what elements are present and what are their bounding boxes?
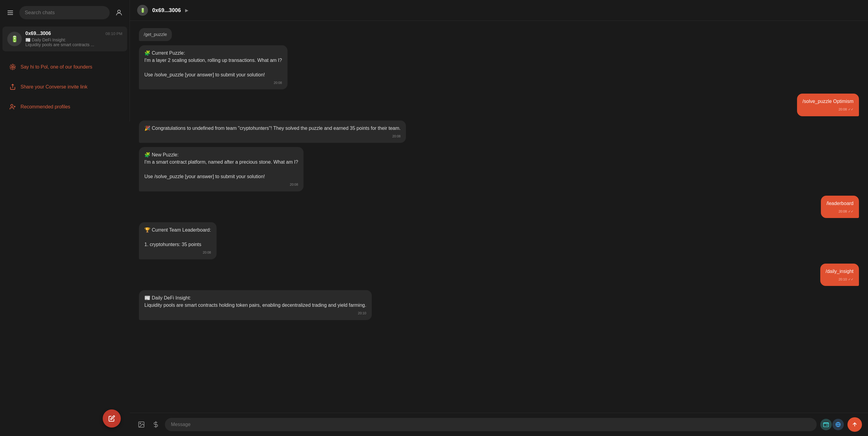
chat-header-name: 0x69...3006 [152,7,181,13]
sidebar-item-say-hi-pol[interactable]: Say hi to Pol, one of our founders [5,59,125,75]
svg-point-5 [11,65,15,69]
search-input[interactable] [19,6,110,19]
messages-area: /get_puzzle 🧩 Current Puzzle: I'm a laye… [130,21,868,413]
read-receipt: ✓✓ [848,107,854,112]
svg-point-7 [11,104,13,106]
message-command-header: /get_puzzle [139,28,172,41]
message-received-2: 🎉 Congratulations to undefined from team… [139,121,406,143]
message-received-1: 🧩 Current Puzzle: I'm a layer 2 scaling … [139,45,287,90]
profile-button[interactable] [114,7,124,18]
input-area [130,413,868,436]
message-sent-1: /solve_puzzle Optimism 20:08 ✓✓ [797,94,859,116]
svg-point-4 [12,66,13,68]
sidebar-item-share-invite[interactable]: Share your Converse invite link [5,79,125,95]
message-received-4: 🏆 Current Team Leaderboard: 1. cryptohun… [139,222,217,259]
chat-header-avatar: 🔋 [137,5,148,16]
message-sent-3: /daily_insight 20:10 ✓✓ [820,263,859,286]
share-invite-label: Share your Converse invite link [21,84,87,90]
menu-button[interactable] [5,8,15,18]
send-button[interactable] [847,417,862,432]
chat-preview: 📰 Daily DeFi Insight: Liquidity pools ar… [25,37,122,47]
chat-main: 🔋 0x69...3006 ▶ /get_puzzle 🧩 Current Pu… [130,0,868,436]
image-button[interactable] [136,419,147,430]
chat-time: 08:10 PM [105,31,122,36]
svg-point-3 [118,10,121,13]
chevron-right-icon: ▶ [185,8,188,13]
say-hi-label: Say hi to Pol, one of our founders [21,64,92,70]
ring-icon [8,63,17,71]
recommended-profiles-label: Recommended profiles [21,104,70,110]
compose-button[interactable] [103,409,121,428]
chat-header: 🔋 0x69...3006 ▶ [130,0,868,21]
message-input[interactable] [165,418,817,431]
svg-point-11 [140,423,141,424]
avatar: 🔋 [7,32,22,46]
person-add-icon [8,103,17,111]
svg-rect-13 [824,423,829,427]
message-received-3: 🧩 New Puzzle: I'm a smart contract platf… [139,147,304,191]
wallet-icon-2[interactable] [832,419,844,430]
wallet-icon-1[interactable] [820,419,832,430]
dollar-button[interactable] [150,419,161,430]
share-icon [8,83,17,91]
sidebar-actions: Say hi to Pol, one of our founders Share… [0,53,130,121]
chat-info: 0x69...3006 08:10 PM 📰 Daily DeFi Insigh… [25,31,122,47]
sidebar-header [0,0,130,25]
sidebar-item-recommended-profiles[interactable]: Recommended profiles [5,98,125,115]
chat-list-item[interactable]: 🔋 0x69...3006 08:10 PM 📰 Daily DeFi Insi… [2,27,127,51]
wallet-icons [820,419,844,430]
message-received-5: 📰 Daily DeFi Insight: Liquidity pools ar… [139,290,372,320]
read-receipt-3: ✓✓ [848,277,854,282]
message-sent-2: /leaderboard 20:08 ✓✓ [821,196,859,218]
read-receipt-2: ✓✓ [848,209,854,214]
chat-name: 0x69...3006 [25,31,51,36]
